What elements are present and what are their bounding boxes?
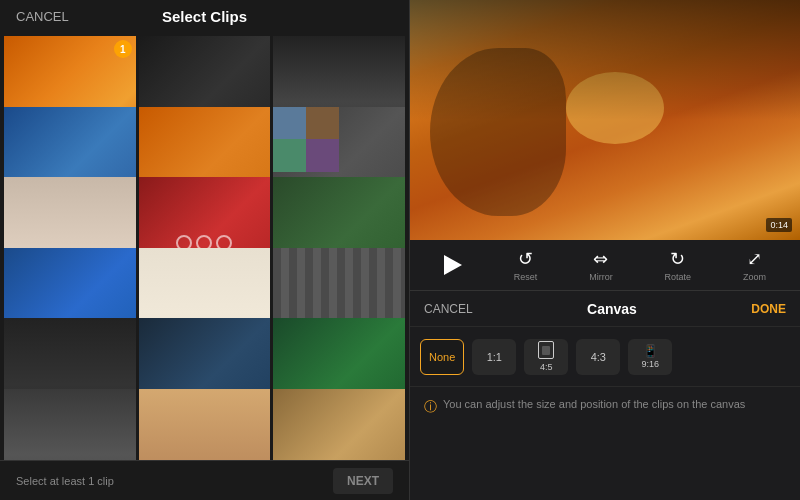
play-icon bbox=[444, 255, 462, 275]
mirror-icon: ⇔ bbox=[593, 248, 608, 270]
hint-area: ⓘ You can adjust the size and position o… bbox=[410, 386, 800, 500]
ratio-4-5-icon: 4:5 bbox=[538, 341, 554, 372]
hint-text: You can adjust the size and position of … bbox=[443, 397, 745, 412]
ratio-4-3-button[interactable]: 4:3 bbox=[576, 339, 620, 375]
clips-grid: 0:14 1 bbox=[0, 32, 409, 460]
mirror-button[interactable]: ⇔ Mirror bbox=[589, 248, 613, 282]
right-panel: 0:14 ↺ Reset ⇔ Mirror ↻ Rotate ⤢ Zoom CA… bbox=[410, 0, 800, 500]
clip-item[interactable] bbox=[4, 389, 136, 461]
reset-icon: ↺ bbox=[518, 248, 533, 270]
ratio-9-16-icon: 📱 9:16 bbox=[642, 345, 660, 369]
mirror-label: Mirror bbox=[589, 272, 613, 282]
canvas-cancel-button[interactable]: CANCEL bbox=[424, 302, 473, 316]
select-hint: Select at least 1 clip bbox=[16, 475, 114, 487]
clip-number: 1 bbox=[114, 40, 132, 58]
next-button[interactable]: NEXT bbox=[333, 468, 393, 494]
rotate-label: Rotate bbox=[665, 272, 692, 282]
ratio-1-1-button[interactable]: 1:1 bbox=[472, 339, 516, 375]
zoom-button[interactable]: ⤢ Zoom bbox=[743, 248, 766, 282]
page-title: Select Clips bbox=[162, 8, 247, 25]
clip-item[interactable] bbox=[139, 389, 271, 461]
controls-bar: ↺ Reset ⇔ Mirror ↻ Rotate ⤢ Zoom bbox=[410, 240, 800, 290]
zoom-icon: ⤢ bbox=[747, 248, 762, 270]
bottom-bar: Select at least 1 clip NEXT bbox=[0, 460, 409, 500]
play-button[interactable] bbox=[444, 255, 462, 275]
clip-item[interactable] bbox=[273, 389, 405, 461]
canvas-title: Canvas bbox=[587, 301, 637, 317]
zoom-label: Zoom bbox=[743, 272, 766, 282]
left-panel: CANCEL Select Clips 0:14 1 bbox=[0, 0, 410, 500]
canvas-done-button[interactable]: DONE bbox=[751, 302, 786, 316]
ratio-row: None 1:1 4:5 4:3 📱 9:16 bbox=[410, 326, 800, 386]
reset-label: Reset bbox=[514, 272, 538, 282]
rotate-icon: ↻ bbox=[670, 248, 685, 270]
ratio-4-5-button[interactable]: 4:5 bbox=[524, 339, 568, 375]
rotate-button[interactable]: ↻ Rotate bbox=[665, 248, 692, 282]
ratio-none-button[interactable]: None bbox=[420, 339, 464, 375]
cancel-button[interactable]: CANCEL bbox=[16, 9, 69, 24]
preview-area: 0:14 bbox=[410, 0, 800, 240]
reset-button[interactable]: ↺ Reset bbox=[514, 248, 538, 282]
preview-content: 0:14 bbox=[410, 0, 800, 240]
top-bar: CANCEL Select Clips bbox=[0, 0, 409, 32]
ratio-9-16-button[interactable]: 📱 9:16 bbox=[628, 339, 672, 375]
info-icon: ⓘ bbox=[424, 398, 437, 416]
canvas-header: CANCEL Canvas DONE bbox=[410, 290, 800, 326]
